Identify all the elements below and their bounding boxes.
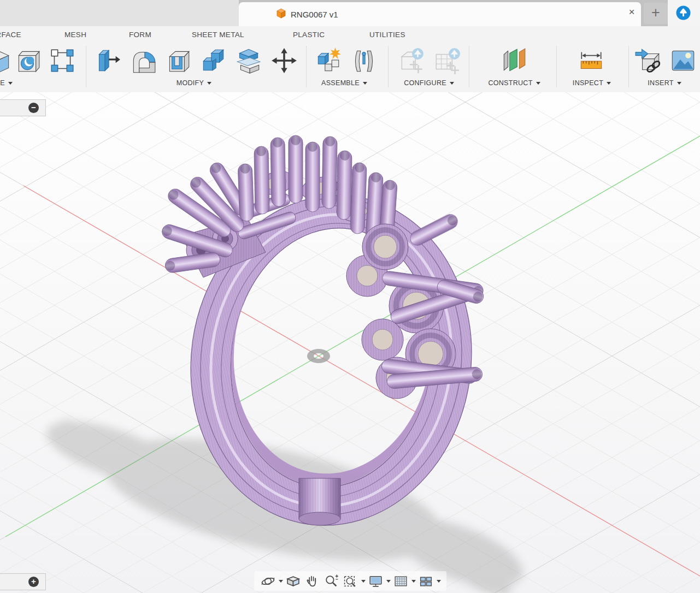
ribbon-tab-row: SURFACE MESH FORM SHEET METAL PLASTIC UT… bbox=[0, 26, 700, 43]
assemble-section-label[interactable]: ASSEMBLE bbox=[311, 78, 377, 88]
tab-bar: RNG0067 v1 × + bbox=[0, 0, 700, 26]
tab-form[interactable]: FORM bbox=[129, 26, 151, 43]
insert-derive-button[interactable] bbox=[634, 46, 663, 75]
timeline-panel-stub: + bbox=[0, 573, 46, 590]
viewport-canvas[interactable] bbox=[0, 92, 700, 593]
configuration-table-button[interactable] bbox=[433, 46, 461, 75]
display-dropdown-caret[interactable] bbox=[386, 580, 391, 585]
sketch-tool-button[interactable] bbox=[48, 46, 77, 75]
collapse-browser-button[interactable]: − bbox=[28, 103, 39, 113]
move-button[interactable] bbox=[270, 46, 298, 75]
create-section-label[interactable]: CREATE bbox=[0, 78, 17, 88]
share-upload-button[interactable] bbox=[676, 5, 691, 20]
orbit-icon[interactable] bbox=[260, 572, 277, 590]
measure-button[interactable] bbox=[577, 46, 605, 75]
inspect-section-label[interactable]: INSPECT bbox=[562, 78, 622, 88]
document-tab[interactable]: RNG0067 v1 bbox=[239, 2, 641, 26]
zoom-fit-icon[interactable] bbox=[342, 572, 360, 590]
zoom-icon[interactable] bbox=[323, 572, 340, 590]
tab-plastic[interactable]: PLASTIC bbox=[293, 26, 325, 43]
modify-section-label[interactable]: MODIFY bbox=[164, 78, 224, 88]
construct-plane-button[interactable] bbox=[499, 46, 528, 75]
tab-sheet-metal[interactable]: SHEET METAL bbox=[192, 26, 244, 43]
tab-surface[interactable]: SURFACE bbox=[0, 26, 21, 43]
fit-dropdown-caret[interactable] bbox=[361, 580, 366, 585]
insert-section-label[interactable]: INSERT bbox=[634, 78, 695, 88]
new-tab-button[interactable]: + bbox=[644, 3, 668, 24]
expand-timeline-button[interactable]: + bbox=[28, 577, 39, 587]
orbit-dropdown-caret[interactable] bbox=[279, 580, 283, 585]
ribbon-toolbar: CREATE bbox=[0, 43, 700, 93]
chrome-right-area bbox=[668, 0, 700, 26]
new-component-button[interactable] bbox=[314, 46, 342, 75]
look-at-icon[interactable] bbox=[285, 572, 302, 590]
document-title: RNG0067 v1 bbox=[291, 10, 338, 19]
display-settings-icon[interactable] bbox=[367, 572, 385, 590]
sprue-cylinder bbox=[299, 478, 340, 525]
combine-button[interactable] bbox=[199, 46, 227, 75]
grid-settings-icon[interactable] bbox=[392, 572, 410, 590]
view-navigation-bar bbox=[254, 571, 446, 591]
create-cut-icon-button[interactable] bbox=[0, 46, 13, 75]
hole-tool-button[interactable] bbox=[13, 46, 42, 75]
tab-mesh[interactable]: MESH bbox=[64, 26, 86, 43]
press-pull-button[interactable] bbox=[93, 46, 121, 75]
pan-icon[interactable] bbox=[304, 572, 321, 590]
canvas-button[interactable] bbox=[669, 46, 697, 75]
construct-section-label[interactable]: CONSTRUCT bbox=[479, 78, 550, 88]
shell-button[interactable] bbox=[164, 46, 192, 75]
fillet-button[interactable] bbox=[129, 46, 157, 75]
browser-panel-stub: − bbox=[0, 99, 46, 116]
close-tab-button[interactable]: × bbox=[624, 4, 639, 20]
configuration-button[interactable] bbox=[397, 46, 426, 75]
tab-utilities[interactable]: UTILITIES bbox=[369, 26, 405, 43]
viewports-dropdown-caret[interactable] bbox=[437, 580, 441, 585]
joint-button[interactable] bbox=[350, 46, 378, 75]
configure-section-label[interactable]: CONFIGURE bbox=[393, 78, 464, 88]
viewports-icon[interactable] bbox=[417, 572, 435, 590]
grid-dropdown-caret[interactable] bbox=[411, 580, 416, 585]
split-body-button[interactable] bbox=[234, 46, 262, 75]
document-cube-icon bbox=[276, 8, 286, 21]
